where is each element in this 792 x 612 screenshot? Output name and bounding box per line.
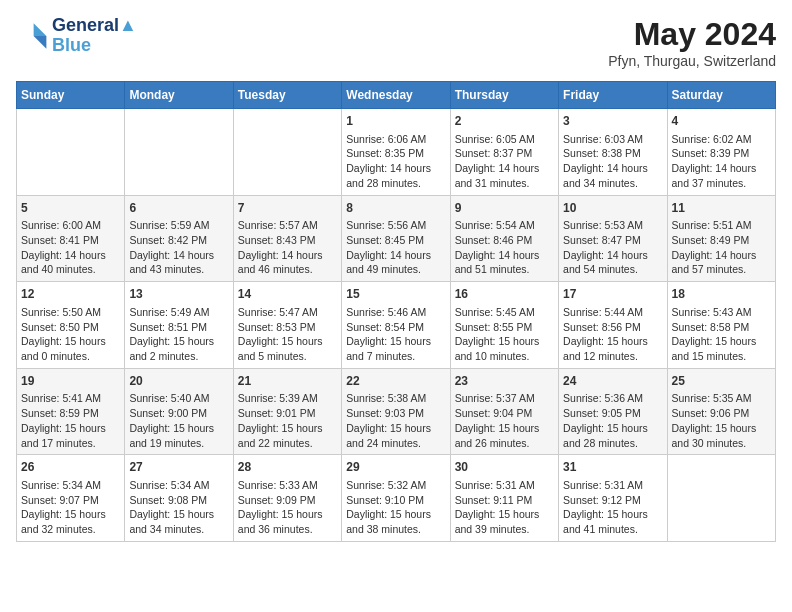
calendar-cell (233, 109, 341, 196)
day-info: Sunrise: 6:05 AM Sunset: 8:37 PM Dayligh… (455, 132, 554, 191)
svg-marker-0 (34, 23, 47, 36)
header-cell-monday: Monday (125, 82, 233, 109)
day-info: Sunrise: 5:44 AM Sunset: 8:56 PM Dayligh… (563, 305, 662, 364)
day-number: 24 (563, 373, 662, 390)
day-number: 17 (563, 286, 662, 303)
day-info: Sunrise: 5:35 AM Sunset: 9:06 PM Dayligh… (672, 391, 771, 450)
location: Pfyn, Thurgau, Switzerland (608, 53, 776, 69)
day-info: Sunrise: 5:39 AM Sunset: 9:01 PM Dayligh… (238, 391, 337, 450)
header-cell-friday: Friday (559, 82, 667, 109)
day-number: 8 (346, 200, 445, 217)
day-info: Sunrise: 5:31 AM Sunset: 9:11 PM Dayligh… (455, 478, 554, 537)
week-row-1: 5Sunrise: 6:00 AM Sunset: 8:41 PM Daylig… (17, 195, 776, 282)
day-info: Sunrise: 6:06 AM Sunset: 8:35 PM Dayligh… (346, 132, 445, 191)
calendar-cell: 11Sunrise: 5:51 AM Sunset: 8:49 PM Dayli… (667, 195, 775, 282)
day-info: Sunrise: 5:36 AM Sunset: 9:05 PM Dayligh… (563, 391, 662, 450)
day-number: 26 (21, 459, 120, 476)
day-number: 11 (672, 200, 771, 217)
day-info: Sunrise: 5:46 AM Sunset: 8:54 PM Dayligh… (346, 305, 445, 364)
calendar-cell: 28Sunrise: 5:33 AM Sunset: 9:09 PM Dayli… (233, 455, 341, 542)
calendar-cell: 25Sunrise: 5:35 AM Sunset: 9:06 PM Dayli… (667, 368, 775, 455)
day-number: 9 (455, 200, 554, 217)
calendar-cell: 12Sunrise: 5:50 AM Sunset: 8:50 PM Dayli… (17, 282, 125, 369)
day-info: Sunrise: 5:33 AM Sunset: 9:09 PM Dayligh… (238, 478, 337, 537)
day-number: 18 (672, 286, 771, 303)
calendar-header: SundayMondayTuesdayWednesdayThursdayFrid… (17, 82, 776, 109)
day-number: 29 (346, 459, 445, 476)
calendar-cell: 15Sunrise: 5:46 AM Sunset: 8:54 PM Dayli… (342, 282, 450, 369)
calendar-table: SundayMondayTuesdayWednesdayThursdayFrid… (16, 81, 776, 542)
day-info: Sunrise: 5:41 AM Sunset: 8:59 PM Dayligh… (21, 391, 120, 450)
calendar-cell (125, 109, 233, 196)
day-info: Sunrise: 5:53 AM Sunset: 8:47 PM Dayligh… (563, 218, 662, 277)
calendar-cell: 13Sunrise: 5:49 AM Sunset: 8:51 PM Dayli… (125, 282, 233, 369)
week-row-4: 26Sunrise: 5:34 AM Sunset: 9:07 PM Dayli… (17, 455, 776, 542)
calendar-cell: 27Sunrise: 5:34 AM Sunset: 9:08 PM Dayli… (125, 455, 233, 542)
logo-text: General▲ Blue (52, 16, 137, 56)
calendar-cell: 22Sunrise: 5:38 AM Sunset: 9:03 PM Dayli… (342, 368, 450, 455)
week-row-2: 12Sunrise: 5:50 AM Sunset: 8:50 PM Dayli… (17, 282, 776, 369)
calendar-cell: 16Sunrise: 5:45 AM Sunset: 8:55 PM Dayli… (450, 282, 558, 369)
day-number: 21 (238, 373, 337, 390)
day-number: 22 (346, 373, 445, 390)
day-number: 13 (129, 286, 228, 303)
day-info: Sunrise: 5:40 AM Sunset: 9:00 PM Dayligh… (129, 391, 228, 450)
day-info: Sunrise: 5:37 AM Sunset: 9:04 PM Dayligh… (455, 391, 554, 450)
calendar-cell: 10Sunrise: 5:53 AM Sunset: 8:47 PM Dayli… (559, 195, 667, 282)
calendar-cell: 31Sunrise: 5:31 AM Sunset: 9:12 PM Dayli… (559, 455, 667, 542)
day-info: Sunrise: 5:43 AM Sunset: 8:58 PM Dayligh… (672, 305, 771, 364)
day-number: 10 (563, 200, 662, 217)
day-info: Sunrise: 6:02 AM Sunset: 8:39 PM Dayligh… (672, 132, 771, 191)
day-number: 2 (455, 113, 554, 130)
page-header: General▲ Blue May 2024 Pfyn, Thurgau, Sw… (16, 16, 776, 69)
calendar-cell: 24Sunrise: 5:36 AM Sunset: 9:05 PM Dayli… (559, 368, 667, 455)
calendar-cell: 29Sunrise: 5:32 AM Sunset: 9:10 PM Dayli… (342, 455, 450, 542)
day-info: Sunrise: 5:50 AM Sunset: 8:50 PM Dayligh… (21, 305, 120, 364)
day-number: 19 (21, 373, 120, 390)
calendar-cell: 2Sunrise: 6:05 AM Sunset: 8:37 PM Daylig… (450, 109, 558, 196)
calendar-cell: 9Sunrise: 5:54 AM Sunset: 8:46 PM Daylig… (450, 195, 558, 282)
calendar-cell (17, 109, 125, 196)
day-info: Sunrise: 5:51 AM Sunset: 8:49 PM Dayligh… (672, 218, 771, 277)
day-number: 12 (21, 286, 120, 303)
calendar-cell: 19Sunrise: 5:41 AM Sunset: 8:59 PM Dayli… (17, 368, 125, 455)
calendar-cell: 21Sunrise: 5:39 AM Sunset: 9:01 PM Dayli… (233, 368, 341, 455)
day-info: Sunrise: 5:45 AM Sunset: 8:55 PM Dayligh… (455, 305, 554, 364)
title-block: May 2024 Pfyn, Thurgau, Switzerland (608, 16, 776, 69)
week-row-0: 1Sunrise: 6:06 AM Sunset: 8:35 PM Daylig… (17, 109, 776, 196)
calendar-cell: 5Sunrise: 6:00 AM Sunset: 8:41 PM Daylig… (17, 195, 125, 282)
day-number: 1 (346, 113, 445, 130)
day-number: 4 (672, 113, 771, 130)
day-info: Sunrise: 5:56 AM Sunset: 8:45 PM Dayligh… (346, 218, 445, 277)
calendar-cell: 6Sunrise: 5:59 AM Sunset: 8:42 PM Daylig… (125, 195, 233, 282)
day-number: 23 (455, 373, 554, 390)
day-number: 3 (563, 113, 662, 130)
day-number: 16 (455, 286, 554, 303)
calendar-cell: 8Sunrise: 5:56 AM Sunset: 8:45 PM Daylig… (342, 195, 450, 282)
day-info: Sunrise: 5:32 AM Sunset: 9:10 PM Dayligh… (346, 478, 445, 537)
day-number: 5 (21, 200, 120, 217)
header-cell-thursday: Thursday (450, 82, 558, 109)
header-cell-wednesday: Wednesday (342, 82, 450, 109)
calendar-cell: 18Sunrise: 5:43 AM Sunset: 8:58 PM Dayli… (667, 282, 775, 369)
calendar-cell: 3Sunrise: 6:03 AM Sunset: 8:38 PM Daylig… (559, 109, 667, 196)
day-info: Sunrise: 5:47 AM Sunset: 8:53 PM Dayligh… (238, 305, 337, 364)
day-info: Sunrise: 5:38 AM Sunset: 9:03 PM Dayligh… (346, 391, 445, 450)
day-info: Sunrise: 5:49 AM Sunset: 8:51 PM Dayligh… (129, 305, 228, 364)
day-number: 25 (672, 373, 771, 390)
day-number: 15 (346, 286, 445, 303)
day-number: 7 (238, 200, 337, 217)
svg-marker-1 (34, 36, 47, 49)
day-number: 6 (129, 200, 228, 217)
week-row-3: 19Sunrise: 5:41 AM Sunset: 8:59 PM Dayli… (17, 368, 776, 455)
day-info: Sunrise: 6:00 AM Sunset: 8:41 PM Dayligh… (21, 218, 120, 277)
day-number: 27 (129, 459, 228, 476)
day-info: Sunrise: 5:54 AM Sunset: 8:46 PM Dayligh… (455, 218, 554, 277)
header-cell-saturday: Saturday (667, 82, 775, 109)
day-number: 20 (129, 373, 228, 390)
calendar-cell: 20Sunrise: 5:40 AM Sunset: 9:00 PM Dayli… (125, 368, 233, 455)
day-info: Sunrise: 5:34 AM Sunset: 9:07 PM Dayligh… (21, 478, 120, 537)
day-info: Sunrise: 6:03 AM Sunset: 8:38 PM Dayligh… (563, 132, 662, 191)
calendar-cell: 4Sunrise: 6:02 AM Sunset: 8:39 PM Daylig… (667, 109, 775, 196)
calendar-body: 1Sunrise: 6:06 AM Sunset: 8:35 PM Daylig… (17, 109, 776, 542)
